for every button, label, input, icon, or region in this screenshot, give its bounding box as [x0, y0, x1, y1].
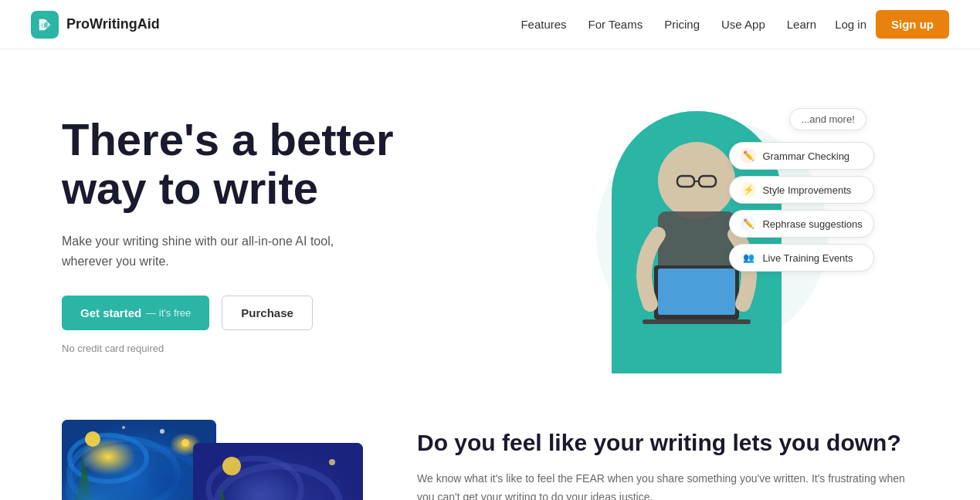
purchase-button[interactable]: Purchase — [222, 296, 313, 330]
art-card-2 — [193, 443, 363, 500]
svg-point-21 — [222, 457, 241, 475]
second-section-title: Do you feel like your writing lets you d… — [417, 427, 918, 458]
style-icon: ⚡ — [741, 182, 756, 198]
get-started-button[interactable]: Get started — it's free — [62, 296, 209, 330]
svg-point-15 — [160, 429, 164, 434]
second-section: My idea in my head Do you feel like your… — [0, 404, 980, 500]
pill-live-training: 👥 Live Training Events — [729, 244, 873, 272]
signup-button[interactable]: Sign up — [876, 10, 949, 39]
svg-point-20 — [216, 466, 340, 500]
navbar: ProWritingAid Features For Teams Pricing… — [0, 0, 980, 49]
svg-point-22 — [329, 459, 335, 465]
svg-rect-8 — [643, 319, 751, 324]
feature-pills: ✏️ Grammar Checking ⚡ Style Improvements… — [729, 142, 873, 272]
nav-pricing[interactable]: Pricing — [664, 18, 700, 31]
second-section-body: We know what it's like to feel the FEAR … — [417, 470, 918, 500]
svg-rect-18 — [193, 443, 363, 500]
logo-link[interactable]: ProWritingAid — [31, 11, 160, 39]
svg-point-12 — [70, 447, 209, 500]
nav-learn[interactable]: Learn — [787, 18, 816, 31]
svg-point-13 — [85, 431, 100, 447]
hero-right: ...and more! ✦ ✏️ Grammar Checking ⚡ Sty… — [506, 96, 919, 373]
login-button[interactable]: Log in — [835, 18, 866, 31]
svg-point-16 — [122, 426, 125, 429]
grammar-icon: ✏️ — [741, 148, 756, 164]
rephrase-icon: ✏️ — [741, 216, 756, 231]
second-left: My idea in my head — [62, 420, 371, 500]
hero-illustration: ...and more! ✦ ✏️ Grammar Checking ⚡ Sty… — [550, 96, 874, 373]
svg-point-11 — [70, 439, 178, 500]
second-right: Do you feel like your writing lets you d… — [417, 420, 918, 500]
pill-grammar-checking: ✏️ Grammar Checking — [729, 142, 873, 170]
nav-features[interactable]: Features — [521, 18, 566, 31]
brand-name: ProWritingAid — [66, 16, 160, 32]
pill-rephrase-suggestions: ✏️ Rephrase suggestions — [729, 210, 873, 238]
nav-for-teams[interactable]: For Teams — [588, 18, 643, 31]
svg-point-14 — [181, 439, 189, 447]
pill-style-improvements: ⚡ Style Improvements — [729, 176, 873, 204]
nav-use-app[interactable]: Use App — [721, 18, 765, 31]
svg-point-10 — [70, 435, 147, 481]
hero-buttons: Get started — it's free Purchase — [62, 296, 475, 330]
training-icon: 👥 — [741, 250, 756, 265]
svg-rect-7 — [658, 269, 735, 315]
hero-subtitle: Make your writing shine with our all-in-… — [62, 231, 355, 271]
svg-point-19 — [209, 458, 301, 500]
nav-links: Features For Teams Pricing Use App Learn — [521, 18, 816, 31]
hero-section: There's a better way to write Make your … — [0, 49, 980, 404]
artwork-stack: My idea in my head — [62, 420, 340, 500]
hero-left: There's a better way to write Make your … — [62, 115, 475, 355]
logo-icon — [31, 11, 59, 39]
more-tag: ...and more! — [789, 108, 866, 130]
hero-title: There's a better way to write — [62, 115, 475, 214]
no-credit-text: No credit card required — [62, 343, 475, 354]
